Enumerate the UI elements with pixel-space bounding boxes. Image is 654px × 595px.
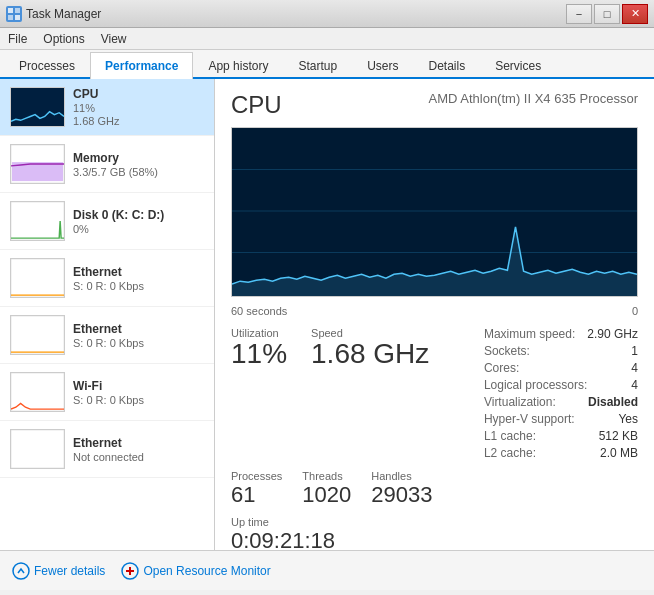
memory-stat1: 3.3/5.7 GB (58%) bbox=[73, 166, 204, 178]
right-stats: Maximum speed: 2.90 GHz Sockets: 1 Cores… bbox=[484, 327, 638, 460]
tab-startup[interactable]: Startup bbox=[283, 52, 352, 79]
ethernet-nc-info: Ethernet Not connected bbox=[73, 436, 204, 463]
tab-details[interactable]: Details bbox=[413, 52, 480, 79]
cores-label: Cores: bbox=[484, 361, 519, 375]
memory-thumbnail bbox=[10, 144, 65, 184]
menu-options[interactable]: Options bbox=[39, 30, 88, 48]
handles-value: 29033 bbox=[371, 482, 432, 508]
tab-processes[interactable]: Processes bbox=[4, 52, 90, 79]
sidebar-item-ethernet2[interactable]: Ethernet S: 0 R: 0 Kbps bbox=[0, 307, 214, 364]
cores-value: 4 bbox=[631, 361, 638, 375]
main-stats-row: Utilization 11% Speed 1.68 GHz Maximum s… bbox=[231, 327, 638, 460]
fewer-details-button[interactable]: Fewer details bbox=[12, 562, 105, 580]
hyperv-label: Hyper-V support: bbox=[484, 412, 575, 426]
wifi-thumbnail bbox=[10, 372, 65, 412]
detail-header: CPU AMD Athlon(tm) II X4 635 Processor bbox=[231, 91, 638, 119]
ethernet1-info: Ethernet S: 0 R: 0 Kbps bbox=[73, 265, 204, 292]
cpu-stat2: 1.68 GHz bbox=[73, 115, 204, 127]
ethernet1-name: Ethernet bbox=[73, 265, 204, 279]
tab-services[interactable]: Services bbox=[480, 52, 556, 79]
minimize-button[interactable]: − bbox=[566, 4, 592, 24]
virtualization-label: Virtualization: bbox=[484, 395, 556, 409]
processes-value: 61 bbox=[231, 482, 282, 508]
detail-title: CPU bbox=[231, 91, 282, 119]
svg-rect-7 bbox=[11, 202, 64, 240]
memory-name: Memory bbox=[73, 151, 204, 165]
sidebar-item-wifi[interactable]: Wi-Fi S: 0 R: 0 Kbps bbox=[0, 364, 214, 421]
detail-subtitle: AMD Athlon(tm) II X4 635 Processor bbox=[428, 91, 638, 106]
wifi-info: Wi-Fi S: 0 R: 0 Kbps bbox=[73, 379, 204, 406]
maximize-button[interactable]: □ bbox=[594, 4, 620, 24]
sidebar-item-disk[interactable]: Disk 0 (K: C: D:) 0% bbox=[0, 193, 214, 250]
l2cache-label: L2 cache: bbox=[484, 446, 536, 460]
title-bar-left: Task Manager bbox=[6, 6, 101, 22]
max-speed-value: 2.90 GHz bbox=[587, 327, 638, 341]
l1cache-label: L1 cache: bbox=[484, 429, 536, 443]
svg-rect-11 bbox=[11, 430, 64, 468]
l1cache-value: 512 KB bbox=[599, 429, 638, 443]
window-controls: − □ ✕ bbox=[566, 4, 648, 24]
virtualization-value: Disabled bbox=[588, 395, 638, 409]
ethernet2-stat1: S: 0 R: 0 Kbps bbox=[73, 337, 204, 349]
logical-processors-label: Logical processors: bbox=[484, 378, 587, 392]
uptime-section: Up time 0:09:21:18 bbox=[231, 516, 638, 550]
svg-point-17 bbox=[13, 563, 29, 579]
svg-rect-9 bbox=[11, 316, 64, 354]
threads-value: 1020 bbox=[302, 482, 351, 508]
cpu-name: CPU bbox=[73, 87, 204, 101]
disk-stat1: 0% bbox=[73, 223, 204, 235]
close-button[interactable]: ✕ bbox=[622, 4, 648, 24]
processes-stat: Processes 61 bbox=[231, 470, 282, 508]
ethernet2-name: Ethernet bbox=[73, 322, 204, 336]
tab-users[interactable]: Users bbox=[352, 52, 413, 79]
ethernet2-thumbnail bbox=[10, 315, 65, 355]
disk-info: Disk 0 (K: C: D:) 0% bbox=[73, 208, 204, 235]
ethernet-nc-name: Ethernet bbox=[73, 436, 204, 450]
menu-bar: File Options View bbox=[0, 28, 654, 50]
svg-rect-8 bbox=[11, 259, 64, 297]
ethernet1-thumbnail bbox=[10, 258, 65, 298]
cpu-info: CPU 11% 1.68 GHz bbox=[73, 87, 204, 127]
open-resource-monitor-button[interactable]: Open Resource Monitor bbox=[121, 562, 270, 580]
svg-rect-1 bbox=[15, 8, 20, 13]
tab-bar: Processes Performance App history Startu… bbox=[0, 50, 654, 79]
utilization-stat: Utilization 11% bbox=[231, 327, 287, 460]
fewer-details-label: Fewer details bbox=[34, 564, 105, 578]
speed-stat: Speed 1.68 GHz bbox=[311, 327, 429, 460]
menu-file[interactable]: File bbox=[4, 30, 31, 48]
threads-stat: Threads 1020 bbox=[302, 470, 351, 508]
chart-time-right: 0 bbox=[632, 305, 638, 317]
tab-performance[interactable]: Performance bbox=[90, 52, 193, 79]
chart-time-label: 60 seconds bbox=[231, 305, 287, 317]
sidebar: CPU 11% 1.68 GHz Memory 3.3/5.7 GB (58%) bbox=[0, 79, 215, 550]
ethernet-nc-thumbnail bbox=[10, 429, 65, 469]
sidebar-item-ethernet-nc[interactable]: Ethernet Not connected bbox=[0, 421, 214, 478]
cpu-chart bbox=[231, 127, 638, 297]
fewer-details-icon bbox=[12, 562, 30, 580]
main-content: CPU 11% 1.68 GHz Memory 3.3/5.7 GB (58%) bbox=[0, 79, 654, 550]
title-bar: Task Manager − □ ✕ bbox=[0, 0, 654, 28]
process-stats-row: Processes 61 Threads 1020 Handles 29033 bbox=[231, 470, 638, 508]
ethernet-nc-stat1: Not connected bbox=[73, 451, 204, 463]
handles-label: Handles bbox=[371, 470, 432, 482]
resource-monitor-icon bbox=[121, 562, 139, 580]
menu-view[interactable]: View bbox=[97, 30, 131, 48]
disk-thumbnail bbox=[10, 201, 65, 241]
sidebar-item-cpu[interactable]: CPU 11% 1.68 GHz bbox=[0, 79, 214, 136]
hyperv-value: Yes bbox=[618, 412, 638, 426]
open-monitor-label: Open Resource Monitor bbox=[143, 564, 270, 578]
handles-stat: Handles 29033 bbox=[371, 470, 432, 508]
max-speed-label: Maximum speed: bbox=[484, 327, 575, 341]
sockets-value: 1 bbox=[631, 344, 638, 358]
disk-name: Disk 0 (K: C: D:) bbox=[73, 208, 204, 222]
threads-label: Threads bbox=[302, 470, 351, 482]
app-icon bbox=[6, 6, 22, 22]
detail-panel: CPU AMD Athlon(tm) II X4 635 Processor %… bbox=[215, 79, 654, 550]
memory-info: Memory 3.3/5.7 GB (58%) bbox=[73, 151, 204, 178]
cpu-thumbnail bbox=[10, 87, 65, 127]
tab-app-history[interactable]: App history bbox=[193, 52, 283, 79]
sidebar-item-ethernet1[interactable]: Ethernet S: 0 R: 0 Kbps bbox=[0, 250, 214, 307]
svg-rect-0 bbox=[8, 8, 13, 13]
svg-rect-2 bbox=[8, 15, 13, 20]
sidebar-item-memory[interactable]: Memory 3.3/5.7 GB (58%) bbox=[0, 136, 214, 193]
